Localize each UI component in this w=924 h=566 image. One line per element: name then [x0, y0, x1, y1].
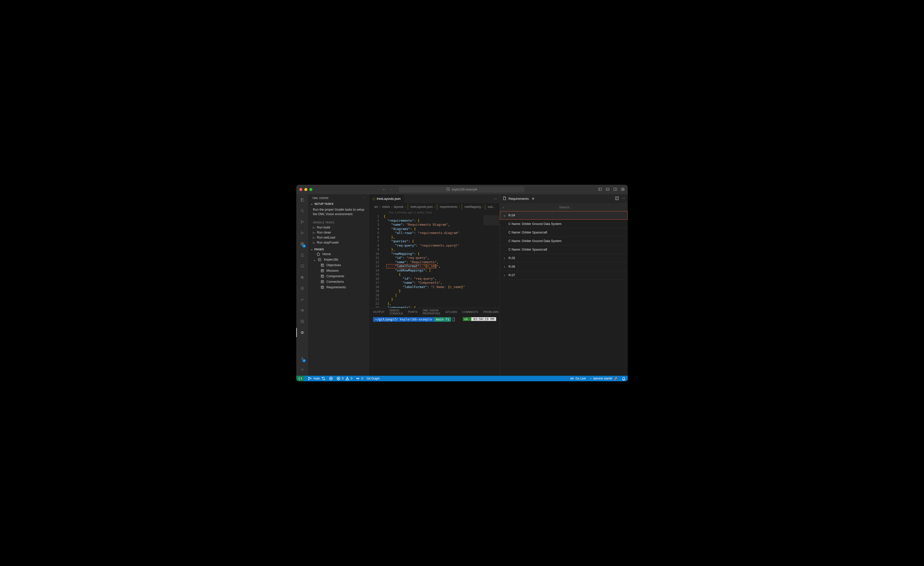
requirement-child-row[interactable]: C Name: Orbiter Ground Data System	[500, 220, 628, 228]
pages-header: PAGES	[314, 248, 324, 251]
requirement-label: R.07	[508, 274, 515, 277]
maximize-window-button[interactable]	[309, 188, 312, 191]
search-input[interactable]	[507, 205, 625, 209]
requirements-tab[interactable]: Requirements ✕ ⋯	[500, 194, 628, 203]
panel-tab-ports[interactable]: PORTS	[408, 309, 417, 315]
close-window-button[interactable]	[299, 188, 302, 191]
test-icon[interactable]	[299, 252, 305, 258]
svg-rect-26	[321, 269, 324, 272]
page-connections[interactable]: Connections	[308, 279, 369, 285]
primary-sidebar: OML VISION ⋯ ⌄ SETUP TASKS Run the prope…	[308, 194, 370, 376]
page-objectives[interactable]: Objectives	[308, 262, 369, 268]
panel-tab-oml-vision-properties[interactable]: OML VISION PROPERTIES	[423, 307, 440, 316]
page-home[interactable]: Home	[308, 251, 369, 257]
breadcrumb-segment[interactable]: layouts	[394, 205, 404, 209]
breadcrumb-segment[interactable]: vision	[382, 205, 390, 209]
notifications-icon[interactable]	[622, 376, 626, 381]
accounts-icon[interactable]: 2	[299, 356, 305, 362]
breadcrumb-segment[interactable]: rowMapping	[465, 205, 481, 209]
panel-tab-comments[interactable]: COMMENTS	[462, 309, 478, 315]
rocket-icon: 🚀	[614, 377, 618, 380]
search-icon[interactable]	[299, 208, 305, 214]
panel-tab-debug-console[interactable]: DEBUG CONSOLE	[389, 307, 403, 316]
nav-back-button[interactable]: ←	[382, 187, 386, 192]
nav-forward-button[interactable]: →	[389, 187, 393, 192]
problems-indicator[interactable]: 0 0	[336, 376, 352, 381]
sync-icon[interactable]	[321, 376, 326, 381]
minimize-window-button[interactable]	[304, 188, 308, 191]
close-tab-icon[interactable]: ✕	[532, 197, 535, 200]
requirement-row-collapsed[interactable]: ›R.06	[500, 262, 628, 271]
panel-more-icon[interactable]: ⋯	[622, 196, 625, 201]
tabnine-indicator[interactable]: ○tabnine starter🚀	[590, 377, 618, 380]
gradle-task-run-build[interactable]: ▷Run build	[308, 225, 369, 230]
toggle-secondary-sidebar-icon[interactable]	[613, 187, 617, 192]
azure-icon[interactable]	[299, 318, 305, 324]
editor-tab-treelayouts[interactable]: { } treeLayouts.json	[370, 194, 404, 203]
prompt-repo: kepler16b-example	[398, 317, 434, 322]
gitlens-indicator[interactable]	[329, 376, 333, 381]
gradle-task-run-owlload[interactable]: ▷Run owlLoad	[308, 235, 369, 240]
requirement-row-expanded[interactable]: ⌄ R.04	[500, 211, 628, 220]
prompt-path: ~/git/pogi7/	[373, 317, 400, 322]
gradle-task-run-clean[interactable]: ▷Run clean	[308, 230, 369, 235]
run-debug-icon[interactable]	[299, 230, 305, 236]
explorer-icon[interactable]	[299, 197, 305, 203]
setup-tasks-section[interactable]: ⌄ SETUP TASKS	[308, 202, 369, 206]
requirement-label: R.05	[508, 256, 515, 260]
command-center[interactable]: kepler16b-example	[399, 187, 525, 193]
svg-point-7	[301, 209, 303, 212]
terminal-body[interactable]: ~/git/pogi7/kepler16b-example main *1 ok…	[370, 316, 500, 376]
panel-tab-gitlens[interactable]: GITLENS	[445, 309, 457, 315]
remote-indicator[interactable]	[296, 376, 304, 381]
page-components[interactable]: Components	[308, 274, 369, 279]
requirement-child-row[interactable]: C Name: Orbiter Spacecraft	[500, 228, 628, 237]
r-extension-icon[interactable]	[299, 307, 305, 313]
oml-vision-icon[interactable]	[299, 330, 305, 336]
svg-rect-27	[321, 275, 324, 277]
page-root-label: Kepler16b	[324, 258, 338, 261]
settings-gear-icon[interactable]	[299, 367, 305, 373]
branch-indicator[interactable]: main	[308, 376, 326, 381]
requirement-child-row[interactable]: C Name: Orbiter Spacecraft	[500, 245, 628, 254]
source-control-icon[interactable]	[299, 219, 305, 225]
breadcrumb-segment[interactable]: sub...	[488, 205, 495, 209]
breadcrumb-segment[interactable]: requirements	[440, 205, 457, 209]
panel-tab-problems[interactable]: PROBLEMS	[483, 309, 499, 315]
breadcrumb-segment[interactable]: treeLayouts.json	[411, 205, 433, 209]
page-requirements[interactable]: Requirements	[308, 285, 369, 290]
pages-section[interactable]: ⌄ PAGES	[308, 247, 369, 251]
svg-point-36	[329, 377, 333, 380]
docker-icon[interactable]	[299, 274, 305, 280]
bottom-panel: OUTPUTDEBUG CONSOLEPORTSOML VISION PROPE…	[370, 308, 500, 376]
page-root[interactable]: ⌄ Kepler16b	[308, 257, 369, 262]
code-editor[interactable]: 1 2 3 4 5 6 7 8 9 10 11 12 13 14 15 16 1…	[370, 214, 500, 308]
ports-indicator[interactable]: 0	[356, 376, 363, 381]
breadcrumb[interactable]: src›vision›layouts›{ }treeLayouts.json›{…	[370, 203, 500, 211]
go-live-button[interactable]: Go Live	[570, 376, 586, 381]
git-graph-button[interactable]: Git Graph	[367, 377, 380, 380]
customize-layout-icon[interactable]	[621, 187, 625, 192]
breadcrumb-segment[interactable]: src	[374, 205, 378, 209]
toggle-panel-icon[interactable]	[606, 187, 610, 192]
page-missions[interactable]: Missions	[308, 268, 369, 274]
gitlens-blame: You, 5 minutes ago | 1 author (You)	[370, 211, 500, 214]
requirement-row-collapsed[interactable]: ›R.07	[500, 271, 628, 280]
remote-explorer-icon[interactable]	[299, 263, 305, 269]
editor-more-icon[interactable]: ⋯	[494, 197, 497, 200]
sidebar-more-icon[interactable]: ⋯	[363, 196, 365, 200]
split-editor-icon[interactable]	[615, 196, 619, 201]
page-icon	[320, 285, 324, 289]
requirement-row-collapsed[interactable]: ›R.05	[500, 254, 628, 262]
gradle-task-run-stopfuseki[interactable]: ▷Run stopFuseki	[308, 240, 369, 245]
svg-rect-28	[321, 280, 324, 283]
gradle-icon[interactable]	[299, 296, 305, 303]
chevron-right-icon[interactable]: ›	[503, 205, 504, 209]
extensions-icon[interactable]: 4	[299, 241, 305, 247]
panel-tab-output[interactable]: OUTPUT	[373, 309, 384, 315]
toggle-primary-sidebar-icon[interactable]	[598, 187, 602, 192]
code-content[interactable]: { "requirements": { "name": "Requirement…	[384, 214, 500, 308]
requirement-child-label: C Name: Orbiter Spacecraft	[508, 231, 547, 234]
gitlens-icon[interactable]	[299, 285, 305, 291]
requirement-child-row[interactable]: C Name: Orbiter Ground Data System	[500, 237, 628, 245]
